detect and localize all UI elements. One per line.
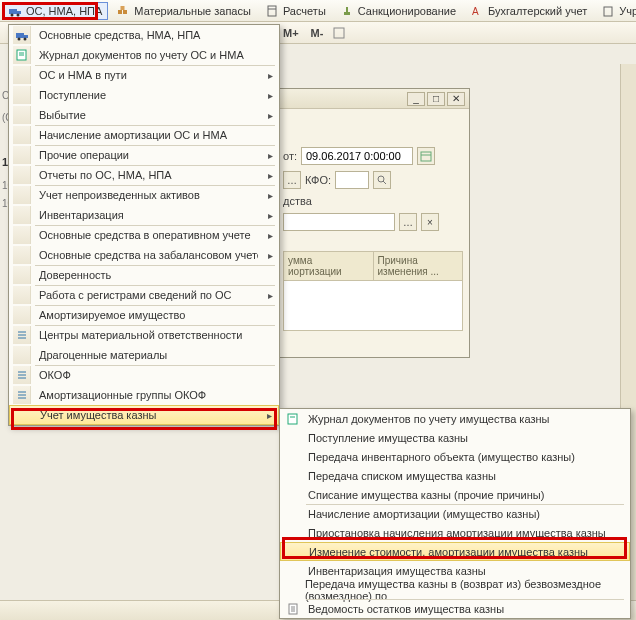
submenu-item-label: Начисление амортизации (имущество казны) [308, 508, 540, 520]
menu-os-nma-npa[interactable]: ОС, НМА, НПА [2, 2, 108, 20]
submenu-item[interactable]: Ведомость остатков имущества казны [280, 599, 630, 618]
journal-icon [13, 46, 31, 64]
dropdown-item-label: Основные средства в оперативном учете [39, 229, 258, 241]
blank-icon [13, 226, 31, 244]
dropdown-item[interactable]: Отчеты по ОС, НМА, НПА▸ [9, 165, 279, 185]
lower-input[interactable] [283, 213, 395, 231]
dropdown-item[interactable]: Основные средства, НМА, НПА [9, 25, 279, 45]
list-icon [13, 366, 31, 384]
dropdown-item[interactable]: Амортизационные группы ОКОФ [9, 385, 279, 405]
dropdown-item[interactable]: Центры материальной ответственности [9, 325, 279, 345]
maximize-button[interactable]: □ [427, 92, 445, 106]
blank-icon [13, 206, 31, 224]
svg-rect-7 [268, 6, 276, 16]
dropdown-item[interactable]: Драгоценные материалы [9, 345, 279, 365]
submenu-arrow-icon: ▸ [268, 210, 273, 221]
dropdown-item[interactable]: ОС и НМА в пути▸ [9, 65, 279, 85]
submenu-item[interactable]: Списание имущества казны (прочие причины… [280, 485, 630, 504]
dropdown-item-label: Прочие операции [39, 149, 258, 161]
svg-text:А: А [472, 6, 479, 17]
svg-rect-5 [123, 10, 127, 14]
dropdown-item[interactable]: Начисление амортизации ОС и НМА [9, 125, 279, 145]
svg-rect-1 [17, 11, 21, 14]
menu-label: ОС, НМА, НПА [26, 5, 102, 17]
lower-picker[interactable]: … [399, 213, 417, 231]
dropdown-item-label: Амортизационные группы ОКОФ [39, 389, 273, 401]
svg-point-17 [23, 38, 26, 41]
dropdown-item[interactable]: Выбытие▸ [9, 105, 279, 125]
lower-row: … × [283, 213, 463, 231]
submenu-item[interactable]: Приостановка начисления амортизации имущ… [280, 523, 630, 542]
svg-rect-9 [344, 12, 350, 15]
dropdown-item[interactable]: Доверенность [9, 265, 279, 285]
menu-institution[interactable]: Учреждение [595, 2, 636, 20]
svg-point-16 [17, 38, 20, 41]
dropdown-item[interactable]: Поступление▸ [9, 85, 279, 105]
blank-icon [285, 543, 303, 561]
svg-rect-15 [24, 35, 28, 38]
blank-icon [284, 581, 299, 599]
dropdown-item[interactable]: Учет непроизведенных активов▸ [9, 185, 279, 205]
mminus-button[interactable]: M- [308, 27, 327, 39]
dropdown-item[interactable]: Работа с регистрами сведений по ОС▸ [9, 285, 279, 305]
table-body-empty [283, 281, 463, 331]
dropdown-item-label: Центры материальной ответственности [39, 329, 273, 341]
picker-button[interactable]: … [283, 171, 301, 189]
kfo-lookup-button[interactable] [373, 171, 391, 189]
submenu-item[interactable]: Изменение стоимости, амортизации имущест… [280, 542, 630, 561]
dropdown-item-label: Доверенность [39, 269, 273, 281]
dropdown-item-label: Выбытие [39, 109, 258, 121]
dropdown-item[interactable]: Прочие операции▸ [9, 145, 279, 165]
submenu-item-label: Инвентаризация имущества казны [308, 565, 486, 577]
dropdown-item-label: Учет имущества казны [40, 409, 257, 421]
dropdown-item[interactable]: Инвентаризация▸ [9, 205, 279, 225]
svg-rect-10 [346, 7, 348, 12]
dropdown-item[interactable]: Основные средства на забалансовом учете▸ [9, 245, 279, 265]
submenu-item[interactable]: Передача имущества казны в (возврат из) … [280, 580, 630, 599]
date-input[interactable] [301, 147, 413, 165]
minimize-button[interactable]: _ [407, 92, 425, 106]
submenu-item-label: Передача инвентарного объекта (имущество… [308, 451, 575, 463]
blank-icon [13, 286, 31, 304]
kfo-input[interactable] [335, 171, 369, 189]
menu-calc[interactable]: Расчеты [259, 2, 332, 20]
col-header-amort: умма иортизации [283, 251, 374, 281]
dropdown-item[interactable]: Учет имущества казны▸ [9, 405, 279, 425]
svg-rect-6 [121, 6, 125, 10]
kfo-field-row: … КФО: [283, 171, 463, 189]
list-icon [13, 386, 31, 404]
dropdown-item-label: Драгоценные материалы [39, 349, 273, 361]
calendar-button[interactable] [417, 147, 435, 165]
lower-clear[interactable]: × [421, 213, 439, 231]
dropdown-icon[interactable] [332, 26, 346, 40]
menu-label: Учреждение [619, 5, 636, 17]
submenu-arrow-icon: ▸ [268, 70, 273, 81]
submenu-item[interactable]: Передача списком имущества казны [280, 466, 630, 485]
submenu-arrow-icon: ▸ [268, 170, 273, 181]
dropdown-item[interactable]: Журнал документов по учету ОС и НМА [9, 45, 279, 65]
calc-icon [265, 4, 279, 18]
svg-rect-30 [288, 414, 297, 424]
svg-rect-36 [421, 152, 431, 161]
dropdown-item[interactable]: Основные средства в оперативном учете▸ [9, 225, 279, 245]
blank-icon [284, 467, 302, 485]
window-titlebar: _ □ ✕ [277, 89, 469, 109]
svg-point-3 [17, 13, 20, 16]
menu-materials[interactable]: Материальные запасы [110, 2, 257, 20]
menu-accounting[interactable]: А Бухгалтерский учет [464, 2, 593, 20]
blank-icon [13, 266, 31, 284]
blank-icon [13, 86, 31, 104]
submenu-arrow-icon: ▸ [268, 230, 273, 241]
submenu-item[interactable]: Начисление амортизации (имущество казны) [280, 504, 630, 523]
dropdown-item[interactable]: ОКОФ [9, 365, 279, 385]
close-button[interactable]: ✕ [447, 92, 465, 106]
submenu-item[interactable]: Поступление имущества казны [280, 428, 630, 447]
submenu-item[interactable]: Передача инвентарного объекта (имущество… [280, 447, 630, 466]
svg-rect-4 [118, 10, 122, 14]
submenu-item[interactable]: Журнал документов по учету имущества каз… [280, 409, 630, 428]
menu-label: Санкционирование [358, 5, 456, 17]
mplus-button[interactable]: M+ [280, 27, 302, 39]
menu-sanction[interactable]: Санкционирование [334, 2, 462, 20]
dropdown-item[interactable]: Амортизируемое имущество [9, 305, 279, 325]
blank-icon [13, 126, 31, 144]
